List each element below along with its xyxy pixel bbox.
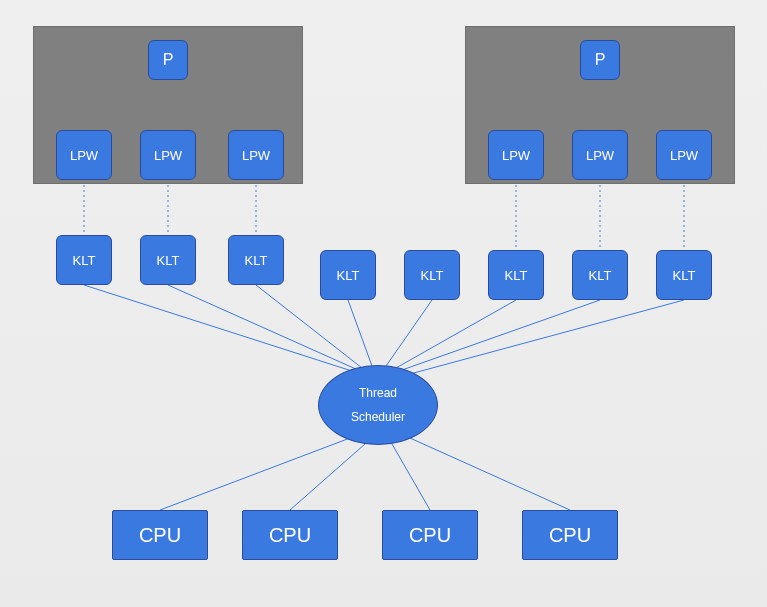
process-box-left: P <box>148 40 188 80</box>
klt-box: KLT <box>404 250 460 300</box>
svg-line-15 <box>348 300 372 366</box>
process-box-right: P <box>580 40 620 80</box>
label: LPW <box>242 148 270 163</box>
lpw-box: LPW <box>572 130 628 180</box>
label: LPW <box>70 148 98 163</box>
svg-line-21 <box>290 444 365 510</box>
svg-line-22 <box>392 444 430 510</box>
klt-box: KLT <box>140 235 196 285</box>
svg-line-20 <box>160 438 350 510</box>
label: KLT <box>73 253 96 268</box>
cpu-box: CPU <box>242 510 338 560</box>
label: P <box>595 51 606 69</box>
label-line2: Scheduler <box>351 405 405 429</box>
cpu-box: CPU <box>522 510 618 560</box>
svg-line-12 <box>84 285 355 372</box>
lpw-box: LPW <box>56 130 112 180</box>
label: KLT <box>337 268 360 283</box>
lpw-box: LPW <box>488 130 544 180</box>
label: KLT <box>673 268 696 283</box>
lpw-box: LPW <box>228 130 284 180</box>
label: KLT <box>157 253 180 268</box>
lpw-box: LPW <box>656 130 712 180</box>
label: LPW <box>502 148 530 163</box>
label: LPW <box>670 148 698 163</box>
label: KLT <box>589 268 612 283</box>
thread-scheduler: Thread Scheduler <box>318 365 438 445</box>
label: CPU <box>269 524 311 547</box>
klt-box: KLT <box>572 250 628 300</box>
label: LPW <box>586 148 614 163</box>
svg-line-16 <box>386 300 432 366</box>
label: P <box>163 51 174 69</box>
label: KLT <box>421 268 444 283</box>
label: CPU <box>549 524 591 547</box>
label: LPW <box>154 148 182 163</box>
klt-box: KLT <box>656 250 712 300</box>
svg-line-18 <box>402 300 600 370</box>
svg-line-23 <box>410 438 570 510</box>
klt-box: KLT <box>320 250 376 300</box>
svg-line-17 <box>396 300 516 368</box>
klt-box: KLT <box>228 235 284 285</box>
label: CPU <box>409 524 451 547</box>
cpu-box: CPU <box>382 510 478 560</box>
label: KLT <box>245 253 268 268</box>
label: KLT <box>505 268 528 283</box>
cpu-box: CPU <box>112 510 208 560</box>
label: CPU <box>139 524 181 547</box>
klt-box: KLT <box>488 250 544 300</box>
klt-box: KLT <box>56 235 112 285</box>
lpw-box: LPW <box>140 130 196 180</box>
label-line1: Thread <box>359 381 397 405</box>
